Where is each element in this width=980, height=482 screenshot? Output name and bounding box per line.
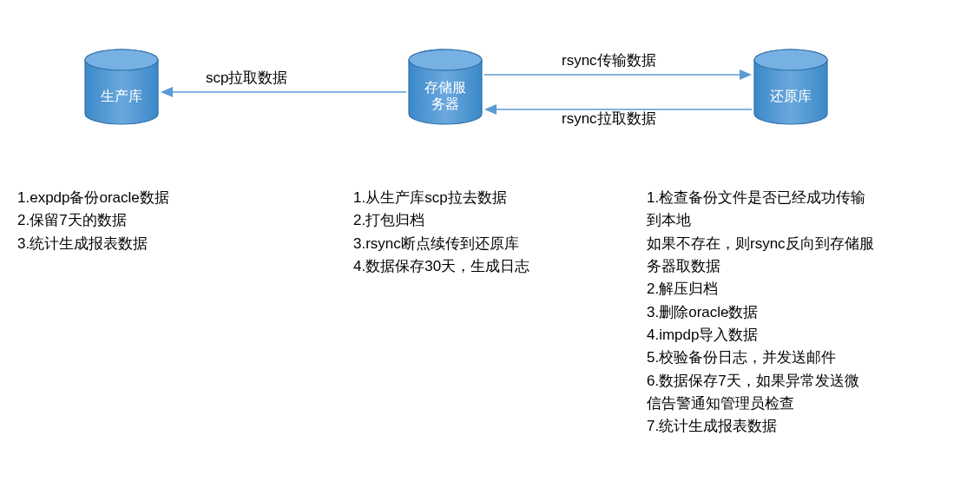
arrow-rsync-pull-label: rsync拉取数据	[562, 109, 656, 129]
svg-marker-9	[740, 69, 752, 80]
desc-restore-line: 务器取数据	[647, 255, 964, 278]
desc-prod-line: 1.expdp备份oracle数据	[17, 187, 169, 209]
desc-storage-line: 3.rsync断点续传到还原库	[353, 233, 529, 255]
arrow-scp	[161, 85, 406, 102]
svg-marker-7	[161, 87, 173, 97]
desc-restore-line: 信告警通知管理员检查	[647, 393, 964, 415]
arrow-scp-label: scp拉取数据	[206, 68, 287, 88]
node-storage-server: 存储服 务器	[406, 48, 484, 126]
desc-restore-line: 6.数据保存7天，如果异常发送微	[647, 370, 964, 393]
desc-storage-line: 2.打包归档	[353, 209, 529, 232]
desc-restore-line: 2.解压归档	[647, 278, 964, 300]
node-storage-server-label: 存储服 务器	[406, 79, 484, 112]
desc-storage: 1.从生产库scp拉去数据 2.打包归档 3.rsync断点续传到还原库 4.数…	[353, 187, 529, 278]
desc-restore: 1.检查备份文件是否已经成功传输 到本地 如果不存在，则rsync反向到存储服 …	[647, 187, 964, 439]
arrow-rsync-push-label: rsync传输数据	[562, 50, 656, 70]
svg-point-3	[409, 50, 482, 70]
desc-prod-line: 2.保留7天的数据	[17, 209, 169, 232]
node-restore-db: 还原库	[752, 48, 830, 126]
svg-point-1	[85, 50, 158, 70]
node-prod-db-label: 生产库	[82, 88, 161, 104]
desc-restore-line: 1.检查备份文件是否已经成功传输	[647, 187, 964, 209]
desc-restore-line: 如果不存在，则rsync反向到存储服	[647, 233, 964, 255]
arrow-rsync-push	[484, 68, 752, 85]
cylinder-icon	[752, 48, 830, 126]
desc-restore-line: 7.统计生成报表数据	[647, 415, 964, 438]
desc-storage-line: 4.数据保存30天，生成日志	[353, 255, 529, 278]
node-prod-db: 生产库	[82, 48, 161, 126]
node-storage-server-label-line1: 存储服	[424, 80, 466, 95]
desc-restore-line: 到本地	[647, 209, 964, 232]
desc-prod-line: 3.统计生成报表数据	[17, 233, 169, 255]
cylinder-icon	[82, 48, 161, 126]
diagram-canvas: 生产库 存储服 务器 还原库 scp拉取数据	[0, 0, 980, 482]
svg-point-5	[754, 50, 827, 70]
desc-storage-line: 1.从生产库scp拉去数据	[353, 187, 529, 209]
svg-marker-11	[484, 104, 497, 115]
desc-restore-line: 5.校验备份日志，并发送邮件	[647, 347, 964, 369]
node-restore-db-label: 还原库	[752, 88, 830, 104]
desc-restore-line: 4.impdp导入数据	[647, 324, 964, 347]
node-storage-server-label-line2: 务器	[431, 96, 459, 111]
desc-prod: 1.expdp备份oracle数据 2.保留7天的数据 3.统计生成报表数据	[17, 187, 169, 255]
desc-restore-line: 3.删除oracle数据	[647, 301, 964, 324]
